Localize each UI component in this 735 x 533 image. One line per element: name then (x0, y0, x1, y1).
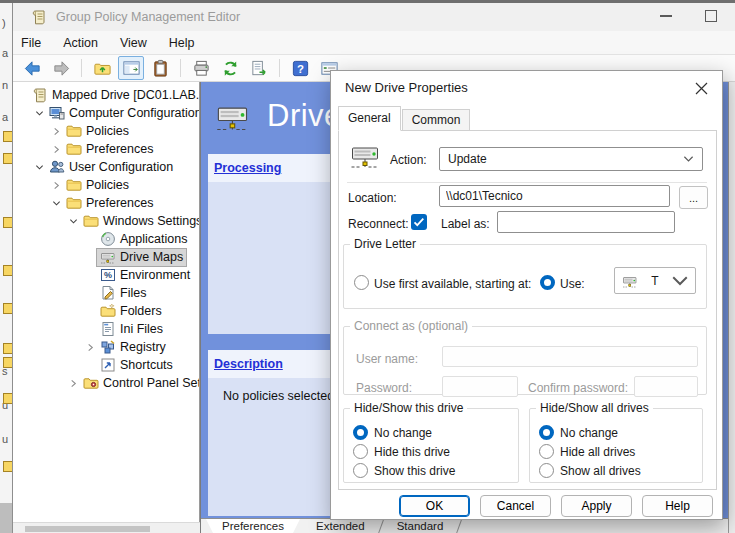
control-panel-icon (83, 375, 99, 391)
hide-this-radio-hide-this-drive[interactable] (353, 444, 368, 459)
folders-icon (100, 303, 116, 319)
menu-action[interactable]: Action (63, 36, 98, 50)
files-icon (100, 285, 116, 301)
tab-general[interactable]: General (338, 106, 401, 131)
tree-item-preferences[interactable]: Preferences (13, 140, 199, 158)
clipboard-button[interactable] (147, 56, 173, 80)
forward-arrow-button[interactable] (48, 56, 74, 80)
tree-item-folders[interactable]: Folders (13, 302, 199, 320)
ok-button[interactable]: OK (399, 495, 470, 517)
up-one-level-button[interactable] (89, 56, 115, 80)
hide-this-option-hide-this-drive[interactable]: Hide this drive (353, 442, 518, 461)
tree-item-mapped-drive-dc01-lab-loca[interactable]: Mapped Drive [DC01.LAB.LOCA (13, 86, 199, 104)
view-tab-preferences[interactable]: Preferences (206, 519, 300, 533)
hide-all-option-hide-all-drives[interactable]: Hide all drives (539, 442, 702, 461)
close-icon[interactable] (690, 77, 712, 99)
hide-this-radio-no-change[interactable] (353, 425, 368, 440)
hide-show-this-legend: Hide/Show this drive (350, 401, 467, 415)
help-button[interactable]: Help (642, 495, 713, 517)
printer-icon (192, 59, 211, 78)
chevron-right-icon[interactable] (83, 343, 97, 352)
hide-all-radio-show-all-drives[interactable] (539, 463, 554, 478)
tree-item-shortcuts[interactable]: Shortcuts (13, 356, 199, 374)
hide-all-radio-no-change[interactable] (539, 425, 554, 440)
tree-item-computer-configuration[interactable]: Computer Configuration (13, 104, 199, 122)
refresh-button[interactable] (217, 56, 243, 80)
use-radio[interactable] (540, 275, 555, 290)
folder-icon (66, 123, 82, 139)
maximize-button[interactable] (705, 10, 717, 22)
export-list-icon (250, 59, 269, 78)
view-tab-extended[interactable]: Extended (300, 519, 381, 533)
back-arrow-button[interactable] (19, 56, 45, 80)
ini-files-icon (100, 321, 116, 337)
hide-all-option-no-change[interactable]: No change (539, 423, 702, 442)
minimize-button[interactable] (660, 15, 672, 17)
chevron-right-icon[interactable] (49, 145, 63, 154)
tree-item-preferences[interactable]: Preferences (13, 194, 199, 212)
apply-button[interactable]: Apply (561, 495, 632, 517)
view-tab-standard[interactable]: Standard (381, 519, 460, 533)
tree-item-files[interactable]: Files (13, 284, 199, 302)
connect-as-group: Connect as (optional) User name: Passwor… (343, 319, 707, 395)
tree-item-policies[interactable]: Policies (13, 122, 199, 140)
user-name-input (442, 346, 698, 367)
drive-icon (621, 273, 639, 289)
reconnect-checkbox[interactable] (411, 214, 427, 230)
hide-all-radio-hide-all-drives[interactable] (539, 444, 554, 459)
folder-icon (66, 141, 82, 157)
tree-item-user-configuration[interactable]: User Configuration (13, 158, 199, 176)
hide-this-option-show-this-drive[interactable]: Show this drive (353, 461, 518, 480)
scrollbar-thumb[interactable] (25, 526, 150, 532)
help-icon: ? (291, 59, 310, 78)
tree-item-registry[interactable]: Registry (13, 338, 199, 356)
tree-horizontal-scrollbar[interactable] (13, 522, 200, 533)
help-button[interactable]: ? (287, 56, 313, 80)
tree-item-environment[interactable]: %Environment (13, 266, 199, 284)
description-link[interactable]: Description (214, 357, 283, 371)
browse-button[interactable]: ... (679, 186, 708, 209)
clipboard-icon (151, 59, 170, 78)
tree-item-windows-settings[interactable]: Windows Settings (13, 212, 199, 230)
printer-button[interactable] (188, 56, 214, 80)
chevron-right-icon[interactable] (66, 379, 80, 388)
chevron-right-icon[interactable] (49, 181, 63, 190)
export-list-button[interactable] (246, 56, 272, 80)
hide-show-all-legend: Hide/Show all drives (536, 401, 653, 415)
label-as-input[interactable] (497, 211, 675, 233)
location-input[interactable] (439, 185, 670, 207)
shortcuts-icon (100, 357, 116, 373)
tree-item-ini-files[interactable]: Ini Files (13, 320, 199, 338)
tree-item-control-panel-setting[interactable]: Control Panel Setting (13, 374, 199, 392)
back-arrow-icon (23, 59, 42, 78)
no-policies-text: No policies selected (223, 389, 334, 403)
drive-letter-select[interactable]: T (614, 267, 696, 294)
cancel-button[interactable]: Cancel (480, 495, 551, 517)
chevron-down-icon[interactable] (32, 109, 46, 118)
refresh-icon (221, 59, 240, 78)
menu-file[interactable]: File (21, 36, 41, 50)
chevron-down-icon[interactable] (66, 217, 80, 226)
drive-icon (348, 139, 383, 171)
tree-item-applications[interactable]: Applications (13, 230, 199, 248)
chevron-down-icon[interactable] (49, 199, 63, 208)
console-tree-button[interactable] (118, 56, 144, 80)
chevron-right-icon[interactable] (49, 127, 63, 136)
gpo-scroll-icon (32, 87, 48, 103)
action-select[interactable]: Update (439, 147, 703, 171)
hide-all-option-show-all-drives[interactable]: Show all drives (539, 461, 702, 480)
drive-maps-icon (213, 98, 253, 134)
hide-this-option-no-change[interactable]: No change (353, 423, 518, 442)
chevron-down-icon[interactable] (32, 163, 46, 172)
menu-help[interactable]: Help (169, 36, 195, 50)
tree-item-drive-maps[interactable]: Drive Maps (13, 248, 199, 266)
menu-view[interactable]: View (120, 36, 147, 50)
screen: )anasuu Group Policy Management Editor F… (0, 0, 735, 533)
tab-common[interactable]: Common (402, 109, 471, 131)
hide-this-radio-show-this-drive[interactable] (353, 463, 368, 478)
password-label: Password: (356, 381, 412, 395)
use-first-available-radio[interactable] (354, 275, 369, 290)
processing-link[interactable]: Processing (214, 161, 281, 175)
tree-item-policies[interactable]: Policies (13, 176, 199, 194)
up-one-level-icon (93, 59, 112, 78)
